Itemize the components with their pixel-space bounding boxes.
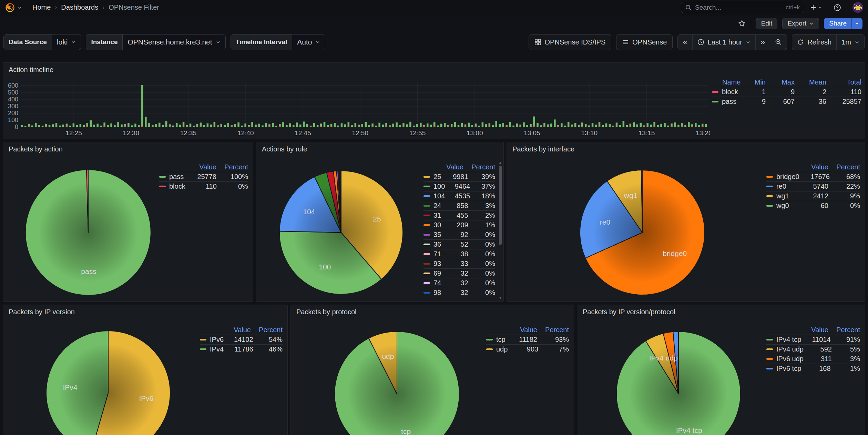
bar-pass [609,124,611,127]
legend-value: 5740 [797,182,828,190]
bar-pass [90,120,92,127]
bar-block [231,127,233,127]
legend-series-35[interactable]: 35 [423,231,441,239]
time-range-picker[interactable]: Last 1 hour [693,34,756,50]
legend-series-wg0[interactable]: wg0 [766,202,797,210]
bar-pass [640,123,642,127]
pie-slice-label: IPv4 tcp [676,426,702,434]
bar-block [268,127,270,127]
series-color-dot [423,282,430,284]
legend-series-98[interactable]: 98 [423,289,441,297]
legend-series-IPv4 udp[interactable]: IPv4 udp [766,345,804,353]
legend-series-re0[interactable]: re0 [766,182,797,190]
series-color-dot [766,368,773,369]
zoom-out-button[interactable] [770,34,787,50]
search-box[interactable]: ctrl+k [681,2,804,13]
link-opnsense-ids-ips[interactable]: OPNSense IDS/IPS [529,34,612,50]
legend-series-36[interactable]: 36 [423,240,441,248]
legend-series-IPv4[interactable]: IPv4 [200,345,224,353]
pie-slice-IPv4[interactable] [46,331,108,435]
share-dropdown-button[interactable] [851,18,862,29]
legend-series-pass[interactable]: pass [159,173,185,181]
breadcrumb-dashboards[interactable]: Dashboards [61,3,98,11]
timeline-chart[interactable]: 010020030040050060012:2512:3012:3512:401… [6,77,711,137]
bar-block [348,127,350,127]
legend-value: 455 [441,211,468,219]
share-button[interactable]: Share [824,18,852,29]
legend-series-93[interactable]: 93 [423,260,441,268]
breadcrumb-home[interactable]: Home [32,3,51,11]
time-shift-back-button[interactable]: « [678,34,692,50]
refresh-interval-dropdown[interactable]: 1m [837,34,864,50]
legend-header-value: Value [432,163,463,171]
series-color-dot [423,176,430,178]
legend-series-block[interactable]: block [159,182,185,190]
series-color-dot [712,101,718,102]
bar-pass [317,125,319,127]
legend-series-104[interactable]: 104 [423,192,445,200]
bar-pass [110,123,112,127]
bar-pass [695,123,697,127]
legend-value: 110 [185,182,217,190]
link-opnsense[interactable]: OPNSense [616,34,673,50]
search-input[interactable] [695,4,782,11]
pie-chart[interactable]: tcpudp [291,305,574,435]
user-avatar[interactable] [852,2,863,13]
bar-pass [35,123,37,127]
pie-slice-98[interactable] [341,171,341,233]
help-button[interactable] [834,4,841,11]
legend-series-25[interactable]: 25 [423,173,441,181]
scroll-up-icon[interactable]: ▲ [499,160,502,165]
legend-row: 24 858 3% [423,201,495,210]
bar-pass [653,122,655,127]
legend-series-74[interactable]: 74 [423,279,441,287]
bar-pass [200,122,202,127]
variable-value-dropdown[interactable]: OPNSense.home.kre3.net [123,34,225,50]
legend-series-IPv6 tcp[interactable]: IPv6 tcp [766,365,801,373]
legend-series-pass[interactable]: pass [712,98,741,106]
variable-value-dropdown[interactable]: loki [52,34,81,50]
export-button[interactable]: Export [782,18,819,29]
bar-pass [550,123,552,127]
legend-series-69[interactable]: 69 [423,269,441,277]
legend-series-30[interactable]: 30 [423,221,441,229]
legend-min: 1 [741,88,766,96]
pie-chart[interactable]: IPv6IPv4 [3,305,287,435]
legend-series-tcp[interactable]: tcp [486,336,506,344]
nav-divider [828,3,828,12]
legend-series-100[interactable]: 100 [423,182,445,190]
legend-scrollbar[interactable]: ▲ ▼ [498,160,503,300]
scroll-down-icon[interactable]: ▼ [499,295,502,300]
bar-pass [416,124,418,127]
star-icon[interactable] [738,19,746,28]
legend-value: 60 [797,202,828,210]
panel-title[interactable]: Action timeline [9,66,53,74]
legend-series-IPv6[interactable]: IPv6 [200,336,224,344]
bar-pass [73,123,75,127]
bar-block [423,126,425,127]
y-axis-tick: 400 [8,96,18,103]
legend-series-71[interactable]: 71 [423,250,441,258]
legend-series-block[interactable]: block [712,88,741,96]
edit-button[interactable]: Edit [756,18,778,29]
legend-series-udp[interactable]: udp [486,345,508,353]
legend-series-31[interactable]: 31 [423,211,441,219]
legend-series-IPv4 tcp[interactable]: IPv4 tcp [766,336,801,344]
legend-series-IPv6 udp[interactable]: IPv6 udp [766,355,804,363]
variable-value-dropdown[interactable]: Auto [292,34,325,50]
bar-pass [207,123,209,127]
time-shift-forward-button[interactable]: » [756,34,770,50]
legend-series-wg1[interactable]: wg1 [766,192,797,200]
legend-series-bridge0[interactable]: bridge0 [766,173,799,181]
bar-pass [496,121,498,127]
grafana-logo[interactable] [5,2,22,13]
bar-pass [227,123,229,127]
bar-pass [595,125,597,127]
scrollbar-thumb[interactable] [499,166,502,245]
add-new-button[interactable] [810,4,822,11]
legend-value: 168 [801,365,830,373]
legend-series-24[interactable]: 24 [423,202,441,210]
bar-pass [619,125,621,127]
bar-pass [214,122,216,127]
refresh-button[interactable]: Refresh [792,34,837,50]
